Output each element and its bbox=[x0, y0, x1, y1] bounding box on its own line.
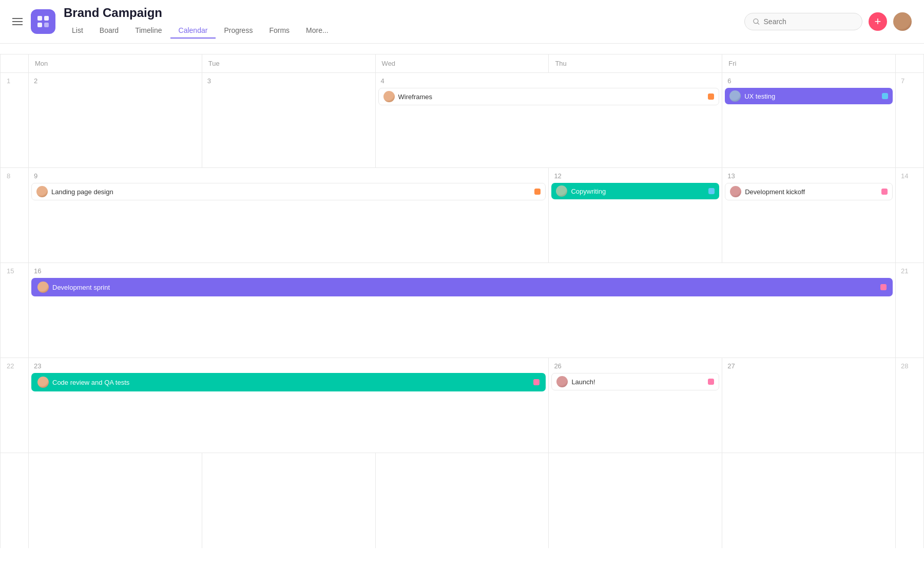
calendar-container: Mon Tue Wed Thu Fri 1 2 3 bbox=[0, 44, 924, 558]
ux-testing-event[interactable]: UX testing bbox=[725, 88, 893, 104]
tab-board[interactable]: Board bbox=[91, 23, 127, 39]
day-num-27: 27 bbox=[722, 362, 895, 373]
week-row-5 bbox=[1, 453, 924, 548]
search-box[interactable] bbox=[744, 13, 862, 30]
day-num-6: 6 bbox=[722, 77, 895, 88]
day-cell-13[interactable]: 13 Development kickoff bbox=[722, 168, 896, 263]
sprint-event-row: Development sprint bbox=[29, 278, 895, 296]
header-thu: Thu bbox=[549, 54, 722, 73]
launch-dot bbox=[708, 379, 714, 385]
wireframes-avatar bbox=[383, 91, 395, 102]
codereview-event[interactable]: Code review and QA tests bbox=[31, 373, 546, 391]
week-row-1: 1 2 3 4 bbox=[1, 73, 924, 168]
wireframes-label: Wireframes bbox=[398, 93, 705, 101]
week-num-8: 8 bbox=[1, 168, 29, 263]
day-cell-34[interactable] bbox=[722, 453, 896, 548]
week-row-2: 8 9 Landing page design bbox=[1, 168, 924, 263]
copywriting-event[interactable]: Copywriting bbox=[551, 183, 719, 199]
copywriting-event-row: Copywriting bbox=[549, 183, 722, 199]
day-cell-16-20[interactable]: 16 Development sprint bbox=[29, 263, 896, 358]
codereview-event-row: Code review and QA tests bbox=[29, 373, 548, 391]
ux-testing-event-row: UX testing bbox=[722, 88, 895, 104]
day-num-26: 26 bbox=[549, 362, 722, 373]
tab-forms[interactable]: Forms bbox=[261, 23, 298, 39]
wireframes-event-row: Wireframes bbox=[376, 88, 722, 105]
day-cell-9-11[interactable]: 9 Landing page design bbox=[29, 168, 549, 263]
devkickoff-event-row: Development kickoff bbox=[722, 183, 895, 200]
week-header bbox=[1, 54, 29, 73]
day-cell-2[interactable]: 2 bbox=[29, 73, 202, 168]
week-num-14: 14 bbox=[896, 168, 924, 263]
copy-label: Copywriting bbox=[571, 188, 705, 195]
day-cell-4-5[interactable]: 4 Wireframes bbox=[375, 73, 722, 168]
menu-icon[interactable] bbox=[12, 18, 23, 25]
day-num-3: 3 bbox=[202, 77, 375, 88]
week-num-7: 7 bbox=[896, 73, 924, 168]
landing-avatar bbox=[36, 186, 48, 197]
day-cell-27[interactable]: 27 bbox=[722, 358, 896, 453]
landing-label: Landing page design bbox=[51, 188, 531, 196]
svg-rect-0 bbox=[37, 16, 42, 21]
landing-dot bbox=[534, 189, 541, 195]
landing-event[interactable]: Landing page design bbox=[31, 183, 546, 200]
day-cell-32[interactable] bbox=[375, 453, 549, 548]
week-num-1: 1 bbox=[1, 73, 29, 168]
week-num-28: 28 bbox=[896, 358, 924, 453]
day-num-2: 2 bbox=[29, 77, 202, 88]
ux-dot bbox=[882, 93, 888, 99]
sprint-avatar bbox=[37, 282, 49, 293]
codereview-avatar bbox=[37, 377, 49, 388]
wireframes-event[interactable]: Wireframes bbox=[378, 88, 720, 105]
week-row-3: 15 16 Development sprint bbox=[1, 263, 924, 358]
launch-label: Launch! bbox=[571, 378, 704, 386]
page-title: Brand Campaign bbox=[64, 6, 744, 20]
day-num-12: 12 bbox=[549, 172, 722, 183]
svg-rect-2 bbox=[37, 23, 42, 27]
launch-avatar bbox=[556, 376, 568, 387]
header-wed: Wed bbox=[375, 54, 549, 73]
week-num-extra2 bbox=[896, 453, 924, 548]
header: Brand Campaign List Board Timeline Calen… bbox=[0, 0, 924, 44]
day-cell-12[interactable]: 12 Copywriting bbox=[549, 168, 722, 263]
codereview-dot bbox=[533, 379, 540, 385]
devkickoff-label: Development kickoff bbox=[745, 188, 878, 196]
search-input[interactable] bbox=[764, 17, 854, 26]
week-num-extra bbox=[1, 453, 29, 548]
tab-calendar[interactable]: Calendar bbox=[170, 23, 216, 39]
day-cell-26[interactable]: 26 Launch! bbox=[549, 358, 722, 453]
day-cell-31[interactable] bbox=[202, 453, 375, 548]
header-tue: Tue bbox=[202, 54, 375, 73]
day-cell-6[interactable]: 6 UX testing bbox=[722, 73, 896, 168]
day-num-9: 9 bbox=[29, 172, 548, 183]
day-cell-33[interactable] bbox=[549, 453, 722, 548]
add-button[interactable]: + bbox=[869, 12, 887, 31]
day-num-23: 23 bbox=[29, 362, 548, 373]
day-cell-3[interactable]: 3 bbox=[202, 73, 375, 168]
header-fri: Fri bbox=[722, 54, 896, 73]
header-end bbox=[896, 54, 924, 73]
launch-event[interactable]: Launch! bbox=[551, 373, 719, 390]
calendar-table: Mon Tue Wed Thu Fri 1 2 3 bbox=[0, 54, 924, 548]
sprint-label: Development sprint bbox=[52, 284, 877, 291]
header-right: + bbox=[744, 12, 912, 31]
devkickoff-event[interactable]: Development kickoff bbox=[725, 183, 893, 200]
tab-list[interactable]: List bbox=[64, 23, 91, 39]
wireframes-dot bbox=[708, 93, 714, 100]
app-icon bbox=[31, 9, 55, 34]
day-headers-row: Mon Tue Wed Thu Fri bbox=[1, 54, 924, 73]
svg-rect-3 bbox=[44, 23, 49, 27]
tab-timeline[interactable]: Timeline bbox=[127, 23, 170, 39]
copy-dot bbox=[708, 188, 715, 194]
avatar[interactable] bbox=[893, 12, 912, 31]
nav-tabs: List Board Timeline Calendar Progress Fo… bbox=[64, 23, 744, 38]
tab-progress[interactable]: Progress bbox=[216, 23, 261, 39]
tab-more[interactable]: More... bbox=[298, 23, 337, 39]
title-nav: Brand Campaign List Board Timeline Calen… bbox=[64, 6, 744, 38]
day-cell-23-25[interactable]: 23 Code review and QA tests bbox=[29, 358, 549, 453]
day-cell-30[interactable] bbox=[29, 453, 202, 548]
week-num-22: 22 bbox=[1, 358, 29, 453]
week-num-15: 15 bbox=[1, 263, 29, 358]
codereview-label: Code review and QA tests bbox=[52, 379, 530, 386]
sprint-event[interactable]: Development sprint bbox=[31, 278, 893, 296]
day-num-13: 13 bbox=[722, 172, 895, 183]
